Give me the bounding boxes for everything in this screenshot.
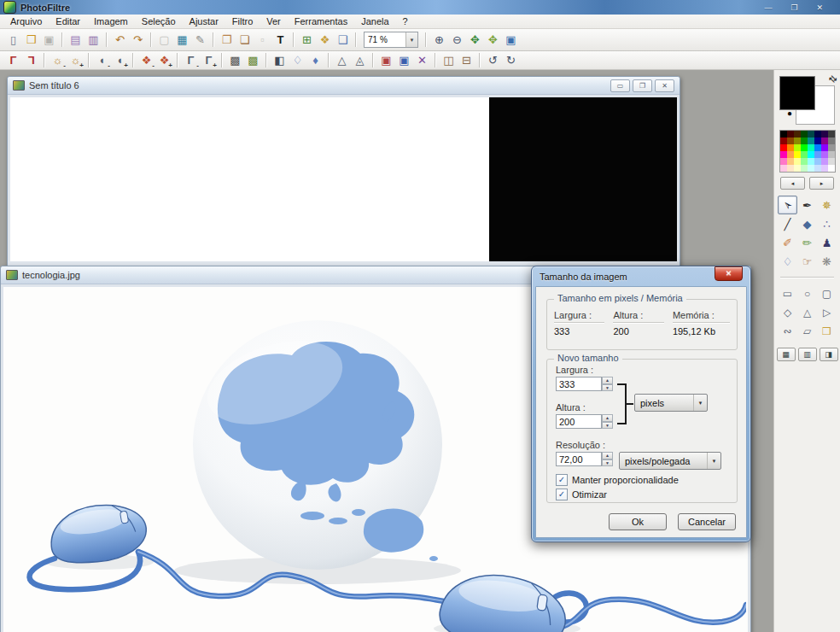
color-swatch[interactable]: [814, 151, 821, 158]
automate-button[interactable]: ❖: [316, 32, 334, 48]
rgb-monitor-button[interactable]: ▣: [377, 52, 395, 68]
color-swatch[interactable]: [814, 158, 821, 165]
brightness-minus-button[interactable]: ☼-: [49, 52, 67, 68]
color-swatch[interactable]: [821, 151, 828, 158]
spin-down-icon[interactable]: ▼: [602, 384, 613, 392]
shape-polygon[interactable]: ▱: [797, 322, 817, 341]
zoom-in-button[interactable]: ⊕: [430, 32, 448, 48]
color-swatch[interactable]: [780, 151, 787, 158]
spin-up-icon[interactable]: ▲: [602, 414, 613, 422]
color-swatch[interactable]: [814, 144, 821, 151]
app-close-button[interactable]: ✕: [816, 3, 823, 12]
menu-janela[interactable]: Janela: [354, 16, 395, 26]
color-swatch[interactable]: [780, 138, 787, 144]
blur-filter-button[interactable]: ♢: [289, 52, 306, 68]
foreground-color-swatch[interactable]: [779, 76, 815, 110]
dialog-close-button[interactable]: ✕: [715, 266, 743, 281]
width-input[interactable]: [556, 377, 602, 391]
app-minimize-button[interactable]: —: [764, 3, 772, 12]
checkbox-otimizar[interactable]: ✓Otimizar: [556, 489, 679, 500]
menu-ajustar[interactable]: Ajustar: [183, 16, 225, 26]
menu-ferramentas[interactable]: Ferramentas: [288, 16, 354, 26]
color-swatch[interactable]: [780, 144, 787, 151]
gamma-minus-button[interactable]: Γ-: [182, 52, 200, 68]
color-swatch[interactable]: [808, 165, 814, 172]
spin-up-icon[interactable]: ▲: [602, 452, 613, 459]
spin-down-icon[interactable]: ▼: [602, 422, 613, 430]
zoom-level-combo[interactable]: 71 %▼: [364, 32, 418, 48]
tool-fill[interactable]: ◆: [797, 214, 817, 233]
color-swatch[interactable]: [787, 138, 794, 144]
redo-button[interactable]: ↷: [129, 32, 147, 48]
palette-next-button[interactable]: ▸: [809, 177, 834, 190]
color-swatch[interactable]: [828, 144, 835, 151]
app-restore-button[interactable]: ❐: [790, 3, 797, 12]
text-tool-button[interactable]: T: [271, 32, 289, 48]
shape-rectangle[interactable]: ▭: [778, 284, 797, 303]
color-swatch[interactable]: [821, 131, 828, 138]
color-swatch[interactable]: [828, 165, 835, 172]
tool-airbrush[interactable]: ∴: [817, 214, 837, 233]
color-swatch[interactable]: [821, 144, 828, 151]
fit-image-button[interactable]: ✥: [466, 32, 484, 48]
reinforce-button[interactable]: ◬: [351, 52, 369, 68]
rotate-right-button[interactable]: ↻: [502, 52, 520, 68]
color-swatch[interactable]: [794, 131, 801, 138]
untitled-minimize-button[interactable]: ▭: [610, 79, 630, 92]
print-button[interactable]: ▤: [67, 32, 85, 48]
app-titlebar[interactable]: PhotoFiltre — ❐ ✕: [0, 0, 840, 15]
contrast-plus-button[interactable]: ◖+: [111, 52, 129, 68]
untitled-window-titlebar[interactable]: Sem título 6 ▭ ❐ ✕: [8, 77, 680, 95]
tool-selection[interactable]: ➢: [778, 196, 797, 214]
color-swatch[interactable]: [814, 131, 821, 138]
color-swatch[interactable]: [828, 151, 835, 158]
tool-advanced-brush[interactable]: ✏: [797, 233, 817, 252]
duplicate-image-button[interactable]: ❐: [218, 32, 236, 48]
saturation-minus-button[interactable]: ❖-: [137, 52, 155, 68]
spin-down-icon[interactable]: ▼: [602, 459, 613, 467]
rotate-left-button[interactable]: ↺: [484, 52, 502, 68]
color-swatch[interactable]: [808, 151, 814, 158]
palette-prev-button[interactable]: ◂: [780, 177, 805, 190]
tool-blur[interactable]: ♢: [778, 252, 797, 271]
color-swatch[interactable]: [780, 165, 787, 172]
swap-colors-icon[interactable]: ⇄: [826, 73, 840, 86]
new-document-button[interactable]: ▯: [4, 32, 22, 48]
color-swatch[interactable]: [794, 165, 801, 172]
unit-dropdown[interactable]: pixels ▼: [634, 394, 708, 412]
explorer-button[interactable]: ⊞: [298, 32, 316, 48]
menu-help[interactable]: ?: [396, 16, 415, 26]
soften-filter-button[interactable]: ♦: [306, 52, 324, 68]
untitled-restore-button[interactable]: ❐: [633, 79, 652, 92]
combo-arrow-icon[interactable]: ▼: [405, 32, 417, 47]
full-screen-button[interactable]: ▣: [502, 32, 520, 48]
color-swatch[interactable]: [814, 138, 821, 144]
color-swatch[interactable]: [808, 138, 814, 144]
flip-horizontal-button[interactable]: ◫: [440, 52, 458, 68]
tool-clone-stamp[interactable]: ♟: [817, 233, 837, 252]
resolution-input[interactable]: [556, 452, 602, 466]
auto-contrast-button[interactable]: Γ: [22, 52, 40, 68]
color-swatch[interactable]: [787, 165, 794, 172]
contrast-minus-button[interactable]: ◖-: [93, 52, 111, 68]
grayscale-button[interactable]: ▩: [226, 52, 244, 68]
height-input[interactable]: [556, 414, 602, 429]
color-swatch[interactable]: [828, 158, 835, 165]
save-disk-button[interactable]: ▣: [40, 32, 58, 48]
sharpen-button[interactable]: △: [333, 52, 351, 68]
color-picker-icon[interactable]: ●: [787, 108, 792, 118]
color-swatch[interactable]: [780, 158, 787, 165]
color-swatch[interactable]: [794, 138, 801, 144]
image-size-button[interactable]: ▦: [173, 32, 191, 48]
paste-as-image-button[interactable]: ▢: [155, 32, 173, 48]
tool-deform[interactable]: ❋: [817, 252, 837, 271]
color-swatch[interactable]: [801, 144, 808, 151]
tool-pipette[interactable]: ✒: [797, 196, 817, 214]
selection-toggle-button[interactable]: ▫: [254, 32, 271, 48]
color-swatch[interactable]: [808, 158, 814, 165]
menu-selecao[interactable]: Seleção: [135, 16, 183, 26]
shape-lasso[interactable]: ∾: [778, 322, 797, 341]
selection-option-3-button[interactable]: ◨: [820, 348, 838, 361]
color-swatch[interactable]: [787, 151, 794, 158]
color-swatch[interactable]: [821, 158, 828, 165]
